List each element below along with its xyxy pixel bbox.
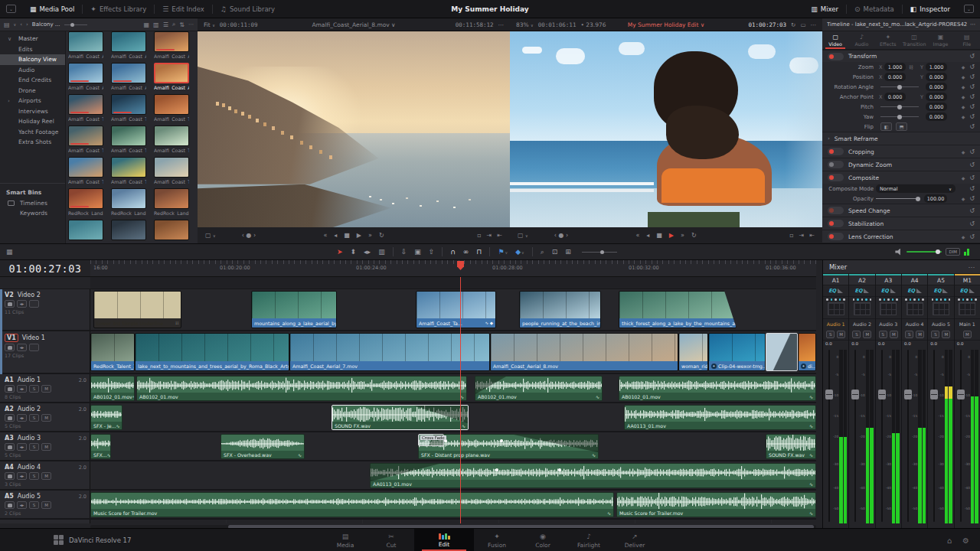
reset-icon[interactable]: ↺	[969, 123, 975, 130]
reset-icon[interactable]: ↺	[969, 103, 975, 110]
loop-button[interactable]: ↻	[691, 232, 697, 239]
solo-button[interactable]: S	[29, 385, 39, 393]
video-transition[interactable]	[766, 333, 798, 371]
cinema-viewer-icon[interactable]: ▭	[800, 21, 805, 28]
position-lock-toggle[interactable]: ⊓	[476, 248, 482, 256]
track-lock-icon[interactable]	[5, 344, 15, 351]
timeline-audio-clip[interactable]: SFX...∿	[90, 434, 111, 459]
pan-control[interactable]	[849, 297, 874, 319]
last-frame-button[interactable]: »	[681, 232, 684, 239]
inspector-section-stabilization[interactable]: Stabilization↺	[822, 217, 980, 230]
media-clip-thumbnail[interactable]: Amalfi_Coast_A...	[68, 31, 103, 59]
list-view-icon[interactable]: ☰	[163, 21, 168, 28]
solo-button[interactable]: S	[29, 472, 39, 480]
fader-handle[interactable]	[904, 390, 912, 399]
custom-zoom[interactable]: ⊞	[565, 248, 571, 256]
mixer-options-icon[interactable]: ⋯	[969, 263, 975, 271]
timeline-audio-clip[interactable]: SOUND FX.wav∿	[766, 434, 816, 459]
fader-handle[interactable]	[851, 390, 859, 399]
inspector-tab-audio[interactable]: ♪Audio	[848, 31, 874, 49]
auto-select-icon[interactable]: ◂▸	[17, 300, 27, 308]
overwrite-clip-button[interactable]: ▣	[414, 248, 421, 256]
edit-index-button[interactable]: ☰Edit Index	[155, 0, 212, 18]
first-frame-button[interactable]: «	[635, 232, 639, 239]
timeline-audio-clip[interactable]: SFX - Overhead.wav∿	[220, 434, 305, 459]
keyframe-icon[interactable]: ◆	[962, 64, 965, 70]
page-tab-cut[interactable]: ✂Cut	[368, 529, 414, 551]
timeline-audio-clip[interactable]: AB0102_01.mov∿	[136, 376, 467, 401]
fader-area[interactable]: 0.00-5-10-15-20-30-40-50	[955, 340, 980, 528]
fader-track[interactable]	[960, 350, 962, 522]
media-clip-thumbnail[interactable]	[111, 220, 146, 242]
last-frame-button[interactable]: »	[368, 232, 372, 239]
workspace-toggle-icon[interactable]: ⌄	[6, 5, 16, 13]
mute-button[interactable]: M	[942, 331, 950, 338]
layout-preset-icon[interactable]: ⌄	[964, 5, 974, 13]
timeline-audio-clip[interactable]: AA0113_01.mov∿	[624, 405, 816, 430]
value-field[interactable]: 1.000	[884, 63, 906, 71]
source-viewer-image[interactable]	[198, 31, 510, 227]
timeline-video-clip[interactable]: Lower 3rd Simple Underline∷	[93, 291, 181, 328]
media-clip-thumbnail[interactable]	[68, 220, 103, 242]
timeline-video-clip[interactable]: mountains_along_a_lake_aerial_by_Roma...	[251, 291, 337, 328]
timeline-video-clip[interactable]: RedRock_Talent_3...	[90, 333, 135, 371]
solo-button[interactable]: S	[29, 443, 39, 451]
mixer-strip-m1[interactable]: M1EQMain 1M0.00-5-10-15-20-30-40-50	[955, 274, 980, 528]
fader-track[interactable]	[907, 350, 909, 522]
fader-area[interactable]: 0.00-5-10-15-20-30-40-50	[876, 340, 901, 528]
mute-button[interactable]: M	[863, 331, 871, 338]
slider-track[interactable]	[880, 86, 919, 87]
solo-button[interactable]: S	[852, 331, 861, 338]
solo-button[interactable]: S	[826, 331, 835, 338]
reset-icon[interactable]: ↺	[969, 113, 975, 120]
media-pool-button[interactable]: ▦Media Pool	[22, 0, 82, 18]
back-icon[interactable]: ‹	[20, 21, 22, 28]
track-id[interactable]: A3	[5, 435, 14, 442]
value-field[interactable]: 0.000	[926, 73, 947, 81]
bin-item-interviews[interactable]: Interviews	[0, 106, 65, 117]
track-header-a1[interactable]: A1Audio 12.0◂▸SM8 Clips	[0, 374, 90, 403]
mute-button[interactable]: M	[916, 331, 924, 338]
track-header-a2[interactable]: A2Audio 22.0◂▸SM5 Clips	[0, 403, 90, 432]
mute-button[interactable]: M	[963, 331, 972, 338]
solo-button[interactable]: S	[879, 331, 887, 338]
reset-icon[interactable]: ↺	[969, 233, 975, 240]
playhead-line[interactable]	[460, 277, 461, 523]
section-enable-toggle[interactable]	[828, 53, 844, 60]
timeline-video-clip[interactable]: thick_forest_along_a_lake_by_the_mountai…	[619, 291, 737, 328]
project-manager-icon[interactable]: ⌂	[947, 536, 952, 545]
automation-keyframe-dot[interactable]	[500, 439, 503, 442]
fader-area[interactable]: 0.00-5-10-15-20-30-40-50	[928, 340, 953, 528]
step-back-button[interactable]: ◂	[334, 232, 337, 239]
more-options-icon[interactable]: ⋯	[188, 21, 194, 28]
mute-button[interactable]: M	[837, 331, 845, 338]
slider-handle[interactable]	[897, 115, 902, 119]
media-clip-thumbnail[interactable]: Amalfi_Coast_T...	[111, 94, 146, 122]
search-icon[interactable]: ⌕	[172, 21, 175, 28]
bin-item-balcony-view[interactable]: Balcony View	[0, 54, 65, 65]
mute-button[interactable]: M	[41, 472, 51, 480]
keyframe-icon[interactable]: ◆	[962, 234, 965, 240]
section-enable-toggle[interactable]	[828, 220, 844, 227]
pan-control[interactable]	[823, 297, 848, 319]
mixer-strip-a1[interactable]: A1EQAudio 1SM0.00-5-10-15-20-30-40-50	[823, 274, 849, 528]
link-toggle[interactable]: ∞	[463, 248, 469, 256]
media-clip-thumbnail[interactable]: Amalfi_Coast_A...	[68, 63, 103, 90]
eq-control[interactable]: EQ	[928, 285, 953, 297]
slider-track[interactable]	[880, 106, 919, 107]
fader-handle[interactable]	[930, 390, 938, 399]
bin-item-drone[interactable]: Drone	[0, 86, 65, 96]
reset-icon[interactable]: ↺	[969, 207, 975, 214]
chevron-icon[interactable]: ›	[8, 98, 10, 104]
value-field[interactable]: 0.000	[884, 73, 906, 81]
fader-track[interactable]	[881, 350, 883, 522]
timeline-audio-clip[interactable]: SOUND FX.wav∿	[332, 405, 469, 430]
track-lock-icon[interactable]	[5, 472, 15, 480]
media-clip-thumbnail[interactable]: RedRock_Land...	[111, 188, 146, 216]
timeline-audio-clip[interactable]: Music Score for Trailer.mov∿	[90, 492, 614, 517]
timeline-video-clip[interactable]: ✦Clip-04-wexor-tmg...∿ ◆	[708, 333, 766, 371]
snapping-toggle[interactable]: ∩	[450, 248, 456, 256]
mixer-button[interactable]: ▥Mixer	[803, 0, 846, 18]
reset-icon[interactable]: ↺	[969, 185, 975, 192]
track-id[interactable]: V1	[5, 334, 18, 342]
